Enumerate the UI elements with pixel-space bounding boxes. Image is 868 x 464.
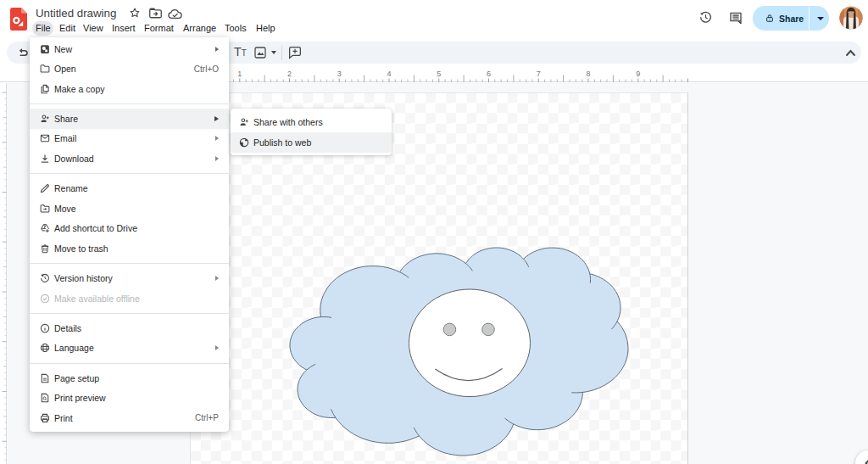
svg-text:7: 7: [537, 70, 541, 78]
svg-text:9: 9: [636, 70, 640, 78]
svg-text:3: 3: [337, 70, 342, 78]
svg-text:4: 4: [387, 70, 391, 78]
svg-text:1: 1: [237, 70, 242, 78]
svg-text:5: 5: [437, 70, 441, 78]
svg-text:8: 8: [586, 70, 590, 78]
svg-text:2: 2: [287, 70, 292, 78]
svg-text:6: 6: [487, 70, 491, 78]
